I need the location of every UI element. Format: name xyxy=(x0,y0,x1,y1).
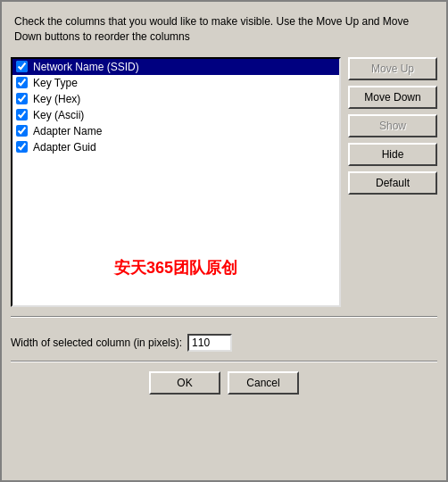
column-checkbox[interactable] xyxy=(16,109,28,120)
column-label: Key (Ascii) xyxy=(33,109,84,121)
column-checkbox[interactable] xyxy=(16,141,28,153)
list-item[interactable]: Key (Ascii) xyxy=(12,107,339,123)
column-checkbox[interactable] xyxy=(16,77,28,88)
list-item[interactable]: Adapter Name xyxy=(12,123,339,139)
bottom-section: Width of selected column (in pixels): xyxy=(11,327,437,352)
show-button[interactable]: Show xyxy=(348,114,437,137)
list-item[interactable]: Key Type xyxy=(12,75,339,91)
column-list[interactable]: Network Name (SSID)Key TypeKey (Hex)Key … xyxy=(11,57,341,307)
divider2 xyxy=(11,361,437,362)
list-item[interactable]: Key (Hex) xyxy=(12,91,339,107)
list-item[interactable]: Network Name (SSID) xyxy=(12,59,339,75)
description-text: Check the columns that you would like to… xyxy=(11,11,437,48)
default-button[interactable]: Default xyxy=(348,171,437,195)
hide-button[interactable]: Hide xyxy=(348,143,437,166)
column-checkbox[interactable] xyxy=(16,61,28,72)
column-label: Key Type xyxy=(33,77,78,89)
ok-cancel-row: OK Cancel xyxy=(11,371,437,395)
column-label: Adapter Guid xyxy=(33,141,96,154)
column-checkbox[interactable] xyxy=(16,93,28,104)
move-down-button[interactable]: Move Down xyxy=(348,86,437,109)
move-up-button[interactable]: Move Up xyxy=(348,57,437,80)
width-input[interactable] xyxy=(187,334,232,352)
column-label: Adapter Name xyxy=(33,125,102,137)
cancel-button[interactable]: Cancel xyxy=(228,371,299,395)
column-label: Key (Hex) xyxy=(33,93,80,105)
buttons-panel: Move Up Move Down Show Hide Default xyxy=(348,57,437,307)
ok-button[interactable]: OK xyxy=(149,371,220,395)
column-label: Network Name (SSID) xyxy=(33,61,139,73)
width-label: Width of selected column (in pixels): xyxy=(11,337,182,349)
main-content: Network Name (SSID)Key TypeKey (Hex)Key … xyxy=(11,57,437,307)
dialog: Check the columns that you would like to… xyxy=(0,0,448,482)
divider xyxy=(11,316,437,318)
list-item[interactable]: Adapter Guid xyxy=(12,139,339,155)
watermark-text: 安天365团队原创 xyxy=(114,257,237,278)
column-checkbox[interactable] xyxy=(16,125,28,137)
